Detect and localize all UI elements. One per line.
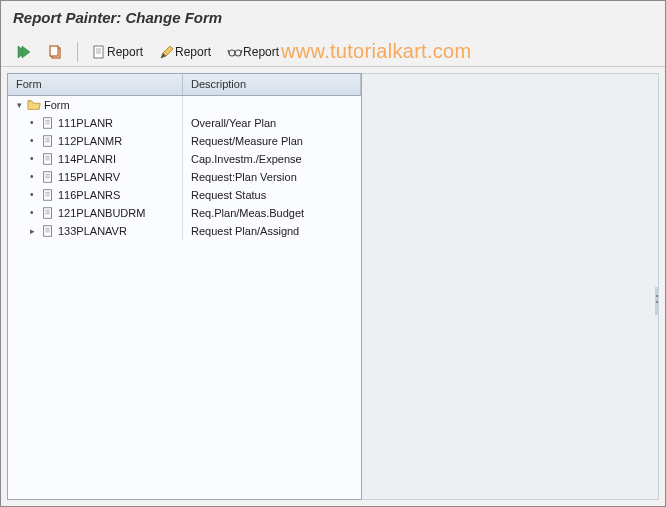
item-name: 111PLANR xyxy=(58,117,113,129)
bullet-icon: • xyxy=(30,174,36,180)
report-change-button[interactable]: Report xyxy=(152,40,218,64)
svg-rect-28 xyxy=(44,208,52,219)
document-icon xyxy=(41,152,55,166)
item-desc: Request Plan/Assignd xyxy=(191,225,299,237)
bullet-icon: • xyxy=(30,138,36,144)
report-create-label: Report xyxy=(107,45,143,59)
tree-row[interactable]: ▸ 133PLANAVR Request Plan/Assignd xyxy=(8,222,361,240)
execute-button[interactable] xyxy=(9,40,39,64)
tree-root-row[interactable]: ▾ Form xyxy=(8,96,361,114)
tree-row[interactable]: • 111PLANR Overall/Year Plan xyxy=(8,114,361,132)
item-desc: Overall/Year Plan xyxy=(191,117,276,129)
document-icon xyxy=(41,134,55,148)
splitter-handle[interactable] xyxy=(655,287,659,315)
watermark-text: www.tutorialkart.com xyxy=(281,40,472,63)
collapse-icon[interactable]: ▾ xyxy=(14,100,24,110)
report-display-button[interactable]: Report xyxy=(220,40,286,64)
item-name: 112PLANMR xyxy=(58,135,122,147)
execute-icon xyxy=(16,44,32,60)
item-name: 114PLANRI xyxy=(58,153,116,165)
svg-point-7 xyxy=(235,50,241,56)
item-desc: Request Status xyxy=(191,189,266,201)
svg-rect-2 xyxy=(94,46,103,58)
item-name: 133PLANAVR xyxy=(58,225,127,237)
report-change-label: Report xyxy=(175,45,211,59)
copy-icon xyxy=(48,44,64,60)
item-desc: Request/Measure Plan xyxy=(191,135,303,147)
item-name: 121PLANBUDRM xyxy=(58,207,145,219)
svg-rect-20 xyxy=(44,172,52,183)
item-desc: Cap.Investm./Expense xyxy=(191,153,302,165)
document-icon xyxy=(41,206,55,220)
tree-panel: Form Description ▾ Form • 111PLANR xyxy=(7,73,362,500)
folder-icon xyxy=(27,98,41,112)
toolbar: Report Report Report www.tutorialkart.co… xyxy=(1,37,665,67)
svg-point-6 xyxy=(229,50,235,56)
svg-rect-24 xyxy=(44,190,52,201)
document-icon xyxy=(41,116,55,130)
bullet-icon: • xyxy=(30,156,36,162)
bullet-icon: • xyxy=(30,192,36,198)
tree-header: Form Description xyxy=(8,74,361,96)
glasses-icon xyxy=(227,44,243,60)
tree-root-label: Form xyxy=(44,99,70,111)
svg-rect-16 xyxy=(44,154,52,165)
copy-button[interactable] xyxy=(41,40,71,64)
svg-rect-8 xyxy=(44,118,52,129)
report-create-button[interactable]: Report xyxy=(84,40,150,64)
tree-row[interactable]: • 112PLANMR Request/Measure Plan xyxy=(8,132,361,150)
tree-row[interactable]: • 121PLANBUDRM Req.Plan/Meas.Budget xyxy=(8,204,361,222)
toolbar-separator xyxy=(77,42,78,62)
bullet-icon: • xyxy=(30,120,36,126)
expand-icon[interactable]: ▸ xyxy=(30,228,36,234)
header-description[interactable]: Description xyxy=(183,74,361,95)
content-area: Form Description ▾ Form • 111PLANR xyxy=(1,67,665,506)
pencil-icon xyxy=(159,44,175,60)
svg-rect-12 xyxy=(44,136,52,147)
item-name: 116PLANRS xyxy=(58,189,120,201)
tree-body: ▾ Form • 111PLANR Overall/Year Plan xyxy=(8,96,361,240)
tree-row[interactable]: • 115PLANRV Request:Plan Version xyxy=(8,168,361,186)
document-icon xyxy=(41,188,55,202)
page-title: Report Painter: Change Form xyxy=(1,1,665,37)
item-name: 115PLANRV xyxy=(58,171,120,183)
document-icon xyxy=(41,224,55,238)
header-form[interactable]: Form xyxy=(8,74,183,95)
item-desc: Request:Plan Version xyxy=(191,171,297,183)
tree-row[interactable]: • 114PLANRI Cap.Investm./Expense xyxy=(8,150,361,168)
svg-rect-32 xyxy=(44,226,52,237)
tree-row[interactable]: • 116PLANRS Request Status xyxy=(8,186,361,204)
document-new-icon xyxy=(91,44,107,60)
svg-rect-1 xyxy=(50,46,58,56)
item-desc: Req.Plan/Meas.Budget xyxy=(191,207,304,219)
right-pane xyxy=(362,73,659,500)
document-icon xyxy=(41,170,55,184)
bullet-icon: • xyxy=(30,210,36,216)
report-display-label: Report xyxy=(243,45,279,59)
